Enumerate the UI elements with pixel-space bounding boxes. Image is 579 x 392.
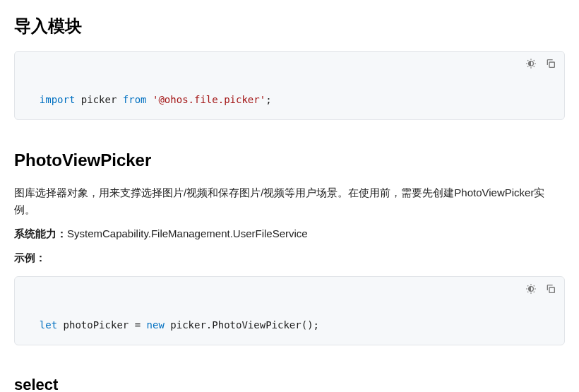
semicolon: ; (265, 94, 271, 105)
identifier: picker (75, 94, 122, 105)
decl: photoPicker = (57, 319, 146, 331)
syscap-label: 系统能力： (14, 227, 67, 239)
copy-icon[interactable] (544, 57, 557, 70)
space (147, 94, 153, 105)
keyword-import: import (40, 94, 76, 105)
code-content: let photoPicker = new picker.PhotoViewPi… (40, 319, 319, 331)
svg-rect-3 (549, 287, 554, 292)
syscap-value: SystemCapability.FileManagement.UserFile… (67, 227, 308, 239)
syscap-line: 系统能力：SystemCapability.FileManagement.Use… (14, 225, 565, 242)
example-label: 示例： (14, 249, 565, 266)
svg-rect-1 (549, 62, 554, 67)
code-content: import picker from '@ohos.file.picker'; (40, 94, 272, 105)
photoviewpicker-heading: PhotoViewPicker (14, 147, 565, 174)
select-heading: select (14, 372, 565, 392)
code-toolbar (525, 57, 557, 70)
import-module-heading: 导入模块 (14, 13, 565, 40)
code-block-photoviewpicker: let photoPicker = new picker.PhotoViewPi… (14, 276, 565, 345)
example-label-text: 示例： (14, 251, 46, 263)
copy-icon[interactable] (544, 283, 557, 295)
photoviewpicker-desc: 图库选择器对象，用来支撑选择图片/视频和保存图片/视频等用户场景。在使用前，需要… (14, 184, 565, 218)
theme-toggle-icon[interactable] (525, 57, 537, 70)
string-literal: '@ohos.file.picker' (153, 94, 265, 105)
call: picker.PhotoViewPicker(); (165, 319, 319, 331)
keyword-let: let (40, 319, 57, 331)
keyword-from: from (123, 94, 147, 105)
keyword-new: new (147, 319, 165, 331)
theme-toggle-icon[interactable] (525, 283, 537, 295)
code-toolbar (525, 283, 557, 295)
code-block-import: import picker from '@ohos.file.picker'; (14, 51, 565, 120)
